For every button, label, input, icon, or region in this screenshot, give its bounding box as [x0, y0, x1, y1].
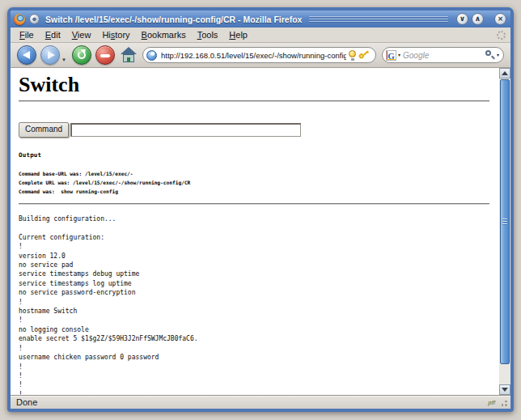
menu-help[interactable]: Help — [223, 28, 253, 41]
browser-window: Switch /level/15/exec/-/show/running-con… — [7, 7, 514, 412]
menu-label-pre: Hi — [102, 30, 110, 40]
status-text: Done — [16, 397, 37, 407]
menu-edit[interactable]: Edit — [40, 28, 66, 41]
minimize-icon: ∨ — [460, 15, 465, 23]
resize-grip[interactable] — [498, 397, 508, 407]
menu-label-post: ookmarks — [147, 30, 186, 40]
divider — [19, 203, 489, 205]
menu-label-accel: V — [72, 30, 78, 40]
scroll-up-button[interactable] — [499, 68, 510, 78]
output-heading: Output — [19, 151, 499, 159]
output-summary: Command base-URL was: /level/15/exec/- C… — [19, 169, 499, 196]
search-dropdown-icon[interactable]: ▾ — [497, 52, 499, 58]
scroll-down-button[interactable] — [499, 384, 510, 395]
google-engine-icon[interactable]: G — [386, 50, 396, 61]
menubar: File Edit View History Bookmarks Tools H… — [11, 28, 510, 43]
divider — [19, 100, 489, 102]
menu-label-accel: F — [19, 30, 25, 40]
menu-label-post: tory — [115, 30, 129, 40]
search-magnifier-icon[interactable] — [485, 49, 496, 61]
scroll-down-icon — [502, 388, 508, 392]
status-bar: Done pff — [11, 395, 510, 409]
menu-bookmarks[interactable]: Bookmarks — [136, 28, 192, 41]
chevron-down-icon: ▾ — [62, 55, 66, 65]
scrollbar-thumb[interactable] — [500, 79, 510, 364]
menu-label-post: ools — [201, 30, 218, 40]
statusbar-addon-icon[interactable]: pff — [488, 400, 498, 405]
navigation-toolbar: ▾ G ▾ ▾ — [11, 43, 510, 68]
output-line: Command was: show running-config — [19, 187, 499, 196]
scroll-up-icon — [502, 71, 508, 75]
menu-label-post: ile — [25, 30, 34, 40]
minimize-button[interactable]: ∨ — [456, 13, 468, 25]
titlebar-grip — [309, 16, 448, 23]
menu-tools[interactable]: Tools — [192, 28, 224, 41]
maximize-button[interactable]: ∧ — [472, 13, 484, 25]
home-icon — [121, 47, 137, 54]
addon-key-icon[interactable] — [357, 47, 373, 63]
menu-label-accel: E — [45, 30, 51, 40]
menu-label-accel: B — [142, 30, 147, 40]
menu-label-post: iew — [78, 30, 91, 40]
site-globe-icon — [146, 50, 157, 61]
output-line: Command base-URL was: /level/15/exec/- — [19, 169, 499, 178]
command-input[interactable] — [70, 123, 301, 137]
menu-file[interactable]: File — [14, 28, 40, 41]
page-title: Switch — [19, 73, 499, 96]
vertical-scrollbar — [499, 68, 510, 395]
command-form: Command — [19, 121, 499, 138]
menu-label-post: elp — [235, 30, 248, 40]
search-input[interactable] — [403, 51, 485, 60]
web-page: Switch Command Output Command base-URL w… — [11, 68, 499, 395]
running-config-output: Building configuration... Current config… — [19, 214, 499, 395]
back-icon — [23, 51, 30, 59]
throbber-icon — [497, 31, 506, 40]
engine-dropdown-icon[interactable]: ▾ — [398, 52, 400, 58]
menu-label-post: dit — [51, 30, 61, 40]
url-bar — [142, 47, 376, 63]
output-line: Complete URL was: /level/15/exec/-/show/… — [19, 178, 499, 187]
page-favicon-icon — [29, 14, 40, 24]
reload-button[interactable] — [72, 45, 91, 65]
content-area: Switch Command Output Command base-URL w… — [11, 68, 510, 395]
forward-button[interactable] — [40, 45, 60, 65]
forward-icon — [48, 51, 55, 59]
firefox-icon — [14, 14, 25, 25]
home-icon-door — [127, 57, 130, 62]
stop-icon — [100, 54, 110, 57]
back-button[interactable] — [17, 45, 36, 65]
addon-bulb-icon[interactable] — [349, 50, 357, 61]
stop-button[interactable] — [95, 45, 115, 65]
titlebar[interactable]: Switch /level/15/exec/-/show/running-con… — [11, 11, 510, 28]
maximize-icon: ∧ — [475, 15, 481, 23]
scrollbar-track[interactable] — [499, 78, 510, 384]
command-button[interactable]: Command — [19, 122, 69, 138]
menu-view[interactable]: View — [66, 28, 97, 41]
forward-history-dropdown[interactable]: ▾ — [61, 45, 67, 65]
menu-history[interactable]: History — [96, 28, 135, 41]
window-title: Switch /level/15/exec/-/show/running-con… — [45, 15, 302, 24]
close-icon: × — [498, 15, 504, 23]
search-bar: G ▾ ▾ — [382, 47, 504, 63]
close-button[interactable]: × — [494, 13, 506, 25]
url-input[interactable] — [161, 51, 346, 60]
home-button[interactable] — [119, 45, 138, 65]
